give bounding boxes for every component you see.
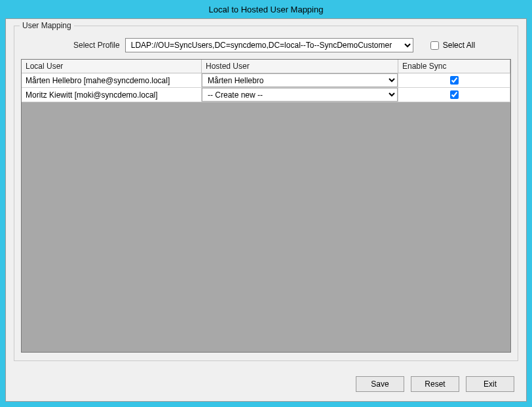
client-area: User Mapping Select Profile LDAP://OU=Sy… [5, 18, 527, 402]
enable-sync-cell[interactable] [398, 88, 510, 102]
window-title: Local to Hosted User Mapping [209, 5, 324, 14]
enable-sync-checkbox[interactable] [450, 90, 459, 99]
hosted-user-cell[interactable]: -- Create new -- [202, 88, 398, 102]
hosted-user-select[interactable]: -- Create new -- [202, 88, 397, 101]
hosted-user-select[interactable]: Mårten Hellebro [202, 74, 397, 87]
col-header-hosted[interactable]: Hosted User [202, 60, 398, 73]
groupbox-label: User Mapping [20, 21, 74, 30]
save-button[interactable]: Save [356, 376, 404, 392]
grid-inner: Local User Hosted User Enable Sync Mårte… [22, 60, 510, 102]
titlebar: Local to Hosted User Mapping [5, 0, 527, 18]
select-profile-label: Select Profile [73, 41, 120, 50]
col-header-local[interactable]: Local User [22, 60, 202, 73]
select-all-checkbox[interactable] [430, 41, 439, 50]
enable-sync-cell[interactable] [398, 73, 510, 88]
hosted-user-cell[interactable]: Mårten Hellebro [202, 73, 398, 88]
select-all-wrap: Select All [430, 41, 475, 50]
reset-button[interactable]: Reset [411, 376, 459, 392]
button-bar: Save Reset Exit [356, 376, 514, 392]
mapping-grid: Local User Hosted User Enable Sync Mårte… [21, 59, 511, 353]
col-header-enable[interactable]: Enable Sync [398, 60, 510, 73]
profile-row: Select Profile LDAP://OU=SyncUsers,DC=sy… [21, 38, 511, 52]
exit-button[interactable]: Exit [466, 376, 514, 392]
window-frame: Local to Hosted User Mapping User Mappin… [0, 0, 532, 407]
select-profile-dropdown[interactable]: LDAP://OU=SyncUsers,DC=syncdemo,DC=local… [125, 38, 413, 52]
select-all-label: Select All [443, 41, 475, 50]
enable-sync-checkbox[interactable] [450, 76, 459, 85]
local-user-cell[interactable]: Moritz Kiewitt [moki@syncdemo.local] [22, 88, 202, 102]
user-mapping-group: User Mapping Select Profile LDAP://OU=Sy… [14, 26, 518, 361]
local-user-cell[interactable]: Mårten Hellebro [mahe@syncdemo.local] [22, 73, 202, 88]
